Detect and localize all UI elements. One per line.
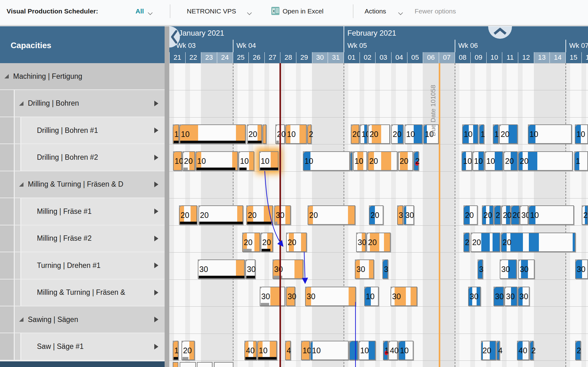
operation-bar[interactable]: 20	[261, 233, 273, 252]
operation-bar[interactable]: 20	[182, 151, 195, 171]
row-detail-arrow-icon[interactable]	[154, 182, 158, 187]
operation-bar[interactable]: 20	[246, 205, 273, 225]
operation-bar[interactable]: 2	[530, 341, 534, 360]
operation-bar[interactable]: 20	[504, 151, 518, 171]
operation-bar[interactable]: 20	[501, 205, 510, 225]
excel-icon[interactable]: X	[271, 7, 280, 17]
sidebar-resource-5[interactable]: Milling | Fräse #1	[0, 198, 165, 224]
operation-bar[interactable]: 20	[247, 124, 262, 144]
sidebar-group-1[interactable]: Drilling | Bohren	[0, 90, 165, 116]
operation-bar[interactable]: 20	[463, 205, 478, 225]
chevron-down-icon[interactable]	[247, 9, 252, 17]
operation-bar[interactable]: 2	[307, 124, 311, 144]
operation-bar[interactable]: 30	[245, 259, 255, 279]
operation-bar[interactable]: 10	[359, 341, 376, 360]
sidebar-group-9[interactable]: Sawing | Sägen	[0, 306, 165, 333]
operation-bar[interactable]: 10	[575, 124, 588, 144]
operation-bar[interactable]: 20	[481, 341, 496, 360]
clipped-operation-bar[interactable]	[197, 362, 212, 367]
operation-bar[interactable]: 1	[173, 341, 178, 360]
sidebar-resource-2[interactable]: Drilling | Bohren #1	[0, 117, 165, 143]
operation-bar[interactable]: 10	[473, 151, 484, 171]
sidebar-group-0[interactable]: Machining | Fertigung	[0, 63, 165, 89]
operation-bar[interactable]: 20	[368, 124, 390, 144]
operation-bar[interactable]: 30	[468, 287, 481, 306]
operation-bar[interactable]: 10	[310, 341, 349, 360]
row-detail-arrow-icon[interactable]	[154, 263, 158, 268]
operation-bar[interactable]: 1	[574, 151, 588, 171]
operation-bar[interactable]: 2	[414, 151, 419, 171]
operation-bar[interactable]: 10	[179, 124, 246, 144]
chevron-down-icon[interactable]	[148, 9, 153, 17]
operation-bar[interactable]: 30	[355, 259, 374, 279]
operation-bar[interactable]: 40	[517, 341, 529, 360]
operation-bar[interactable]: 30	[260, 287, 285, 306]
operation-bar[interactable]: 1	[479, 124, 484, 144]
operation-bar[interactable]: 30	[500, 259, 517, 279]
operation-bar[interactable]: 40	[388, 341, 398, 360]
operation-bar[interactable]: 30	[391, 287, 417, 306]
chevron-down-icon[interactable]	[398, 9, 403, 17]
operation-bar[interactable]: 30	[504, 287, 517, 306]
operation-bar[interactable]: 20	[351, 124, 359, 144]
clipped-operation-bar[interactable]	[180, 362, 196, 367]
row-detail-arrow-icon[interactable]	[154, 290, 158, 295]
sidebar-resource-3[interactable]: Drilling | Bohren #2	[0, 144, 165, 170]
operation-bar[interactable]: 20	[368, 151, 397, 171]
operation-bar[interactable]: 3	[397, 205, 403, 225]
row-detail-arrow-icon[interactable]	[154, 155, 158, 160]
operation-bar[interactable]: 20	[182, 341, 195, 360]
expand-collapse-icon[interactable]	[19, 101, 23, 106]
operation-bar[interactable]: 2	[494, 205, 501, 225]
operation-bar[interactable]: 10	[405, 124, 422, 144]
operation-bar[interactable]: 10	[303, 151, 350, 171]
operation-bar[interactable]: 10	[173, 151, 182, 171]
operation-bar[interactable]	[350, 151, 352, 171]
operation-bar[interactable]: 20	[501, 233, 575, 252]
operation-bar[interactable]: 10	[301, 341, 310, 360]
operation-bar[interactable]: 20	[518, 151, 573, 171]
operation-bar[interactable]: 4	[285, 341, 291, 360]
operation-bar[interactable]: 10	[462, 151, 472, 171]
operation-bar[interactable]: 3	[382, 259, 388, 279]
operation-bar[interactable]: 10	[238, 151, 254, 171]
operation-bar[interactable]: 20	[471, 233, 500, 252]
row-detail-arrow-icon[interactable]	[154, 128, 158, 133]
row-detail-arrow-icon[interactable]	[154, 101, 158, 106]
sidebar-resource-10[interactable]: Saw | Säge #1	[0, 333, 165, 359]
row-detail-arrow-icon[interactable]	[154, 209, 158, 214]
operation-bar[interactable]: 30	[404, 205, 414, 225]
sidebar-group-4[interactable]: Milling & Turning | Fräsen & D	[0, 171, 165, 198]
scroll-left-button[interactable]	[169, 26, 180, 48]
scroll-up-button[interactable]	[488, 26, 512, 39]
operation-bar[interactable]: 30	[198, 259, 245, 279]
expand-collapse-icon[interactable]	[4, 74, 9, 78]
operation-bar[interactable]: 30	[286, 287, 295, 306]
row-detail-arrow-icon[interactable]	[154, 344, 158, 349]
operation-bar[interactable]: 10	[485, 151, 503, 171]
clipped-operation-bar[interactable]	[214, 362, 233, 367]
operation-bar[interactable]: 1	[493, 124, 499, 144]
operation-bar[interactable]	[263, 124, 266, 144]
operation-bar[interactable]: 30	[518, 287, 529, 306]
operation-bar[interactable]: 20	[391, 124, 403, 144]
operation-bar[interactable]: 20	[482, 205, 493, 225]
operation-bar[interactable]: 2	[463, 233, 469, 252]
operation-bar[interactable]: 10	[360, 124, 367, 144]
fewer-options-button[interactable]: Fewer options	[415, 8, 456, 15]
operation-bar[interactable]: 4	[497, 341, 500, 360]
operation-bar[interactable]: 10	[196, 151, 238, 171]
expand-collapse-icon[interactable]	[19, 317, 23, 322]
operation-bar[interactable]: 20	[286, 233, 307, 252]
report-dropdown[interactable]: NETRONIC VPS	[187, 8, 236, 15]
operation-bar[interactable]: 10	[353, 151, 367, 171]
operation-bar[interactable]: 10	[528, 124, 572, 144]
operation-bar[interactable]: 20	[511, 205, 519, 225]
row-detail-arrow-icon[interactable]	[154, 236, 158, 241]
operation-bar[interactable]: 1	[383, 341, 388, 360]
row-detail-arrow-icon[interactable]	[154, 317, 158, 322]
operation-bar[interactable]: 20	[242, 233, 260, 252]
operation-bar[interactable]: 3	[478, 259, 483, 279]
operation-bar[interactable]: 2	[575, 341, 581, 360]
operation-bar[interactable]: 10	[257, 341, 277, 360]
